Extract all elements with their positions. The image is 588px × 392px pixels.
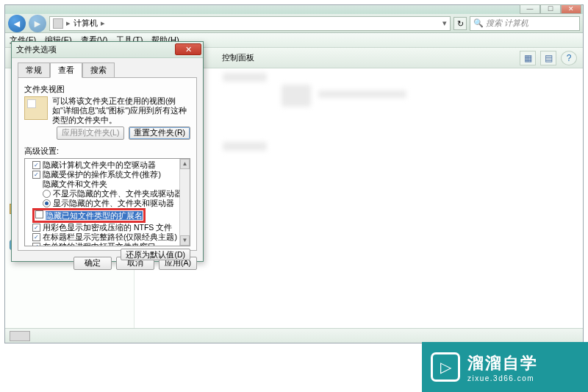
watermark-url: zixue.3d66.com (467, 374, 538, 382)
tab-content-view: 文件夹视图 可以将该文件夹正在使用的视图(例如"详细信息"或"图标")应用到所有… (18, 77, 197, 251)
adv-item-label: 不显示隐藏的文件、文件夹或驱动器 (53, 189, 182, 199)
status-icon (10, 331, 30, 341)
breadcrumb-label: 计算机 (74, 18, 98, 29)
view-mode-button[interactable]: ▦ (520, 51, 536, 65)
preview-pane-button[interactable]: ▤ (540, 51, 556, 65)
adv-item-label: 在标题栏显示完整路径(仅限经典主题) (43, 232, 177, 242)
search-icon: 🔍 (473, 18, 484, 28)
advanced-settings-list[interactable]: ✓隐藏计算机文件夹中的空驱动器✓隐藏受保护的操作系统文件(推荐)隐藏文件和文件夹… (24, 158, 190, 246)
breadcrumb[interactable]: ▸ 计算机 ▸ ▾ (49, 16, 451, 31)
help-button[interactable]: ? (561, 51, 577, 65)
watermark: ▷ 溜溜自学 zixue.3d66.com (422, 342, 588, 392)
adv-item[interactable]: ✓隐藏受保护的操作系统文件(推荐) (26, 170, 188, 179)
checkbox[interactable]: ✓ (32, 161, 40, 169)
dialog-title: 文件夹选项 (16, 44, 57, 55)
adv-item[interactable]: ✓在单独的进程中打开文件夹窗口 (26, 242, 188, 246)
checkbox[interactable]: ✓ (32, 224, 40, 232)
advanced-label: 高级设置: (24, 146, 190, 157)
adv-item[interactable]: ✓隐藏计算机文件夹中的空驱动器 (26, 160, 188, 170)
search-input[interactable]: 🔍 搜索 计算机 (470, 16, 580, 31)
computer-icon (53, 18, 63, 29)
tab-search[interactable]: 搜索 (82, 63, 115, 78)
adv-item[interactable]: 显示隐藏的文件、文件夹和驱动器 (26, 199, 188, 208)
adv-item-label: 隐藏计算机文件夹中的空驱动器 (43, 160, 156, 170)
scrollbar[interactable]: ▲ ▼ (179, 159, 190, 246)
folder-views-desc: 可以将该文件夹正在使用的视图(例如"详细信息"或"图标")应用到所有这种类型的文… (52, 96, 190, 125)
bc-arrow-icon: ▸ (101, 18, 105, 28)
checkbox[interactable] (35, 210, 43, 218)
adv-item-label: 隐藏受保护的操作系统文件(推荐) (43, 170, 161, 179)
scroll-down-icon[interactable]: ▼ (180, 235, 190, 246)
tab-general[interactable]: 常规 (18, 63, 50, 78)
adv-item[interactable]: 不显示隐藏的文件、文件夹或驱动器 (26, 189, 188, 199)
annotation-highlight: 隐藏已知文件类型的扩展名 (32, 208, 146, 223)
adv-item[interactable]: ✓用彩色显示加密或压缩的 NTFS 文件 (26, 223, 188, 232)
restore-defaults-button[interactable]: 还原为默认值(D) (121, 249, 190, 260)
close-button[interactable]: ✕ (561, 4, 581, 14)
checkbox[interactable]: ✓ (32, 233, 40, 241)
adv-item[interactable]: 隐藏已知文件类型的扩展名 (26, 208, 188, 223)
refresh-button[interactable]: ↻ (453, 17, 467, 30)
dialog-title-bar: 文件夹选项 ✕ (12, 42, 203, 58)
maximize-button[interactable]: ☐ (540, 4, 561, 14)
breadcrumb-dropdown-icon[interactable]: ▾ (442, 18, 447, 28)
reset-folders-button[interactable]: 重置文件夹(R) (129, 126, 190, 140)
adv-item[interactable]: ✓在标题栏显示完整路径(仅限经典主题) (26, 232, 188, 242)
adv-item-label: 显示隐藏的文件、文件夹和驱动器 (53, 199, 174, 208)
minimize-button[interactable]: — (520, 4, 540, 14)
status-bar (5, 328, 583, 343)
adv-item-label: 在单独的进程中打开文件夹窗口 (43, 242, 156, 246)
play-icon: ▷ (431, 352, 460, 382)
checkbox[interactable]: ✓ (32, 171, 40, 179)
cmd-control-panel-label: 控制面板 (222, 52, 254, 63)
back-button[interactable]: ◄ (8, 15, 26, 32)
scroll-up-icon[interactable]: ▲ (180, 159, 190, 169)
adv-item-label: 隐藏文件和文件夹 (43, 179, 107, 189)
forward-button[interactable]: ► (29, 15, 46, 32)
bc-arrow-icon: ▸ (66, 18, 71, 28)
window-title-bar: — ☐ ✕ (5, 5, 583, 14)
nav-bar: ◄ ► ▸ 计算机 ▸ ▾ ↻ 🔍 搜索 计算机 (5, 14, 583, 33)
adv-item-label: 用彩色显示加密或压缩的 NTFS 文件 (43, 223, 172, 232)
radio[interactable] (43, 199, 51, 207)
tab-view[interactable]: 查看 (50, 63, 82, 78)
watermark-title: 溜溜自学 (467, 352, 538, 374)
folder-views-icon (24, 96, 48, 120)
apply-to-folders-button[interactable]: 应用到文件夹(L) (57, 126, 125, 140)
folder-options-dialog: 文件夹选项 ✕ 常规 查看 搜索 文件夹视图 可以将该文件夹正在使用的视图(例如… (11, 41, 204, 262)
adv-item-label: 隐藏已知文件类型的扩展名 (46, 211, 143, 220)
search-placeholder: 搜索 计算机 (486, 18, 528, 29)
folder-views-label: 文件夹视图 (24, 84, 190, 95)
adv-item[interactable]: 隐藏文件和文件夹 (26, 179, 188, 189)
checkbox[interactable]: ✓ (32, 243, 40, 246)
dialog-close-button[interactable]: ✕ (175, 43, 201, 55)
radio[interactable] (43, 190, 51, 198)
dialog-tabs: 常规 查看 搜索 (18, 63, 197, 78)
window-controls: — ☐ ✕ (520, 4, 581, 14)
